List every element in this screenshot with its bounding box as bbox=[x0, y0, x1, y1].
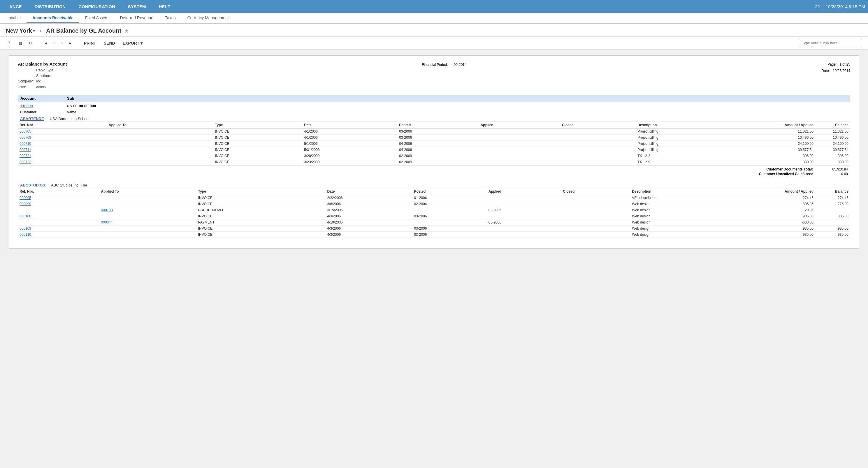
applied-to-cell[interactable]: 000044 bbox=[99, 219, 196, 225]
applied-cell: 03-2006 bbox=[487, 219, 561, 225]
description-cell: Web design bbox=[630, 231, 757, 238]
date-cell: 4/1/2006 bbox=[302, 128, 397, 134]
ref-nbr-cell[interactable]: 000099 bbox=[18, 201, 99, 207]
breadcrumb-separator: › bbox=[40, 28, 41, 34]
favorite-star-icon[interactable]: ★ bbox=[124, 28, 129, 34]
applied-to-link[interactable]: 000103 bbox=[101, 208, 113, 212]
posted-cell: 01-2006 bbox=[412, 195, 487, 201]
table-row: 000099 INVOICE 3/8/2006 02-2006 Web desi… bbox=[18, 201, 850, 207]
table-row: 000108 INVOICE 4/3/2006 03-2006 Web desi… bbox=[18, 213, 850, 219]
ref-nbr-link[interactable]: 000109 bbox=[20, 226, 31, 230]
account-id-link[interactable]: 110000 bbox=[20, 104, 67, 108]
next-page-button[interactable]: › bbox=[59, 39, 65, 46]
account-section: 110000 US-00-00-00-000 Customer Name ABA… bbox=[18, 102, 850, 238]
nav-ance[interactable]: ANCE bbox=[3, 0, 28, 13]
ref-nbr-link[interactable]: 000709 bbox=[20, 135, 31, 139]
type-cell: INVOICE bbox=[196, 213, 326, 219]
send-button[interactable]: SEND bbox=[101, 40, 118, 46]
report-company: Company: Rapid Byte Solutions Inc bbox=[18, 68, 67, 85]
amount-cell: -630.00 bbox=[757, 219, 815, 225]
ref-nbr-cell[interactable]: 000110 bbox=[18, 231, 99, 238]
ref-nbr-cell[interactable]: 000109 bbox=[18, 225, 99, 231]
ref-nbr-link[interactable]: 000099 bbox=[20, 202, 31, 206]
documents-total-label: Customer Documents Total: bbox=[766, 167, 813, 171]
description-cell: TX1-2-2 bbox=[636, 153, 757, 159]
ref-nbr-cell[interactable]: 000711 bbox=[18, 147, 107, 153]
description-cell: TX1-2-9 bbox=[636, 159, 757, 165]
nav-distribution[interactable]: DISTRIBUTION bbox=[28, 0, 72, 13]
company-value: Rapid Byte Solutions Inc bbox=[36, 68, 54, 85]
query-input[interactable] bbox=[798, 39, 862, 47]
ref-nbr-cell[interactable]: 000108 bbox=[18, 213, 99, 219]
closed-cell bbox=[560, 134, 636, 141]
datetime-display: 10/26/2014 9:15 PM bbox=[826, 4, 865, 9]
tab-taxes[interactable]: Taxes bbox=[159, 13, 182, 23]
ref-nbr-link[interactable]: 000108 bbox=[20, 214, 31, 218]
closed-cell bbox=[561, 213, 630, 219]
ref-nbr-link[interactable]: 000095 bbox=[20, 196, 31, 200]
ref-nbr-link[interactable]: 000711 bbox=[20, 148, 31, 152]
posted-cell bbox=[412, 219, 487, 225]
closed-cell bbox=[561, 225, 630, 231]
balance-cell: 11,021.00 bbox=[815, 128, 850, 134]
ref-nbr-link[interactable]: 000722 bbox=[20, 160, 31, 164]
page-label: Page: bbox=[828, 62, 837, 66]
table-view-button[interactable]: ▦ bbox=[16, 39, 25, 47]
settings-button[interactable]: ⚙ bbox=[27, 39, 35, 47]
nav-system[interactable]: SYSTEM bbox=[122, 0, 152, 13]
ref-nbr-cell[interactable]: 000709 bbox=[18, 134, 107, 141]
ref-nbr-cell[interactable]: 000095 bbox=[18, 195, 99, 201]
first-page-button[interactable]: |◂ bbox=[41, 39, 49, 47]
prev-page-button[interactable]: ‹ bbox=[51, 39, 57, 46]
applied-to-cell bbox=[99, 213, 196, 219]
applied-cell bbox=[479, 147, 560, 153]
date-label-row: Date: 10/26/2014 bbox=[822, 68, 850, 74]
documents-total-row: Customer Documents Total: 85,920.84 bbox=[766, 167, 848, 171]
description-cell: Project billing bbox=[636, 128, 757, 134]
closed-cell bbox=[561, 231, 630, 238]
type-cell: INVOICE bbox=[213, 147, 302, 153]
date-cell: 5/31/2006 bbox=[302, 147, 397, 153]
print-button[interactable]: PRINT bbox=[81, 40, 99, 46]
report-header-left: AR Balance by Account Company: Rapid Byt… bbox=[18, 61, 67, 90]
ref-nbr-link[interactable]: 000721 bbox=[20, 154, 31, 158]
tab-currency-management[interactable]: Currency Management bbox=[181, 13, 234, 23]
applied-to-link[interactable]: 000044 bbox=[101, 220, 113, 224]
customer-id-abcstudios[interactable]: ABCSTUDIOS bbox=[20, 183, 45, 187]
date-cell: 2/22/2006 bbox=[325, 195, 412, 201]
type-cell: CREDIT MEMO bbox=[196, 207, 326, 213]
date-cell: 4/3/2006 bbox=[325, 225, 412, 231]
nav-configuration[interactable]: CONFIGURATION bbox=[72, 0, 122, 13]
posted-cell: 03-2006 bbox=[412, 225, 487, 231]
tab-fixed-assets[interactable]: Fixed Assets bbox=[79, 13, 114, 23]
customer-id-abartende[interactable]: ABARTENDE bbox=[20, 117, 44, 121]
applied-cell bbox=[479, 153, 560, 159]
ref-nbr-link[interactable]: 000705 bbox=[20, 129, 31, 133]
tab-payable[interactable]: ayable bbox=[3, 13, 27, 23]
export-button[interactable]: EXPORT ▾ bbox=[120, 40, 146, 46]
ref-nbr-cell[interactable]: 000721 bbox=[18, 153, 107, 159]
applied-to-cell bbox=[107, 134, 213, 141]
ref-nbr-cell[interactable]: 000722 bbox=[18, 159, 107, 165]
customer-full-name-abcstudios: ABC Studios Inc, The bbox=[51, 183, 87, 187]
description-cell: Web design bbox=[630, 201, 757, 207]
last-page-button[interactable]: ▸| bbox=[67, 39, 75, 47]
type-cell: INVOICE bbox=[213, 153, 302, 159]
tab-accounts-receivable[interactable]: Accounts Receivable bbox=[27, 13, 79, 23]
ref-nbr-link[interactable]: 000710 bbox=[20, 142, 31, 146]
applied-to-cell bbox=[99, 201, 196, 207]
ref-nbr-cell bbox=[18, 219, 99, 225]
applied-to-cell[interactable]: 000103 bbox=[99, 207, 196, 213]
nav-help[interactable]: HELP bbox=[152, 0, 177, 13]
date-cell: 4/3/2006 bbox=[325, 231, 412, 238]
ref-nbr-cell[interactable]: 000710 bbox=[18, 141, 107, 147]
tab-deferred-revenue[interactable]: Deferred Revenue bbox=[114, 13, 159, 23]
ref-nbr-cell[interactable]: 000705 bbox=[18, 128, 107, 134]
ref-nbr-link[interactable]: 000110 bbox=[20, 232, 31, 237]
type-cell: INVOICE bbox=[213, 128, 302, 134]
refresh-button[interactable]: ↻ bbox=[6, 39, 14, 47]
report-header: AR Balance by Account Company: Rapid Byt… bbox=[18, 61, 850, 90]
breadcrumb-company[interactable]: New York ▾ bbox=[6, 27, 35, 34]
date-cell: 4/3/2006 bbox=[325, 213, 412, 219]
chevron-down-icon[interactable]: ▾ bbox=[33, 29, 35, 33]
